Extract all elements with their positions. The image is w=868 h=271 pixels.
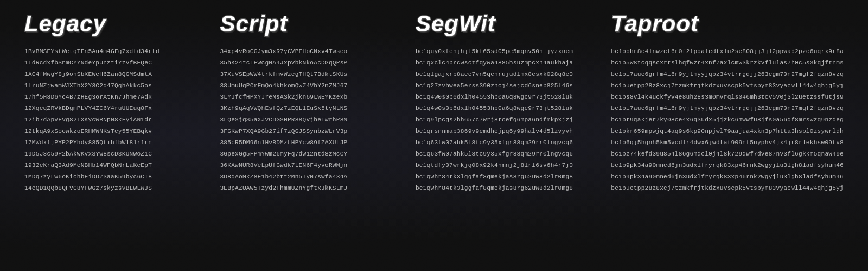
address-item[interactable]: 3D8qAoMkZ8F1b42btt2Mn5TyN7sWfa434A <box>220 172 399 182</box>
column-script: Script34xp4vRoCGJym3xR7yCVPFHoCNxv4Twseo… <box>212 11 407 193</box>
address-item[interactable]: bc1puetpp28z8xcj7tzmkfrjtkdzxuvscpk5vtsp… <box>611 81 844 91</box>
address-item[interactable]: bc1p5w8tcqqscxrtslhqfwzr4xnf7axlcmw3krzk… <box>611 58 844 68</box>
address-item[interactable]: 38UmuUqPCrFmQo4khkomQwZ4VbY2nZMJ67 <box>220 81 399 91</box>
address-list-legacy: 1BvBMSEYstWetqTFn5Au4m4GFg7xdfd34rfd1LdR… <box>24 47 203 193</box>
address-item[interactable]: 35hK24tcLEWcgNA4JxpvbkNkoAcDGqQPsP <box>220 58 399 68</box>
address-item[interactable]: 3FGKwP7XQA9Gb27if7zQGJSSynbzWLrV3p <box>220 126 399 137</box>
address-item[interactable]: bc1qtdfy07wrkjq08x92k4hmnj2j8lrl6sv6h4r7… <box>416 160 595 171</box>
address-item[interactable]: bc1q63fw07ahk5l8tc9y35xfgr88qm29rr0lngvc… <box>416 149 595 159</box>
address-item[interactable]: 12tkqA9xSoowkzoERHMWNKsTey55YEBqkv <box>24 126 203 137</box>
address-item[interactable]: 3Kzh9qAqVWQhEsfQz7zEQL1EuSx5tyNLNS <box>220 104 399 114</box>
address-item[interactable]: 14eQD1QQb8QFVG8YFwGz7skyzsvBLWLwJS <box>24 183 203 193</box>
address-item[interactable]: bc1pkr659mpwjqt4aq9s6kp90npjwl79aajua4xk… <box>611 126 844 137</box>
address-item[interactable]: 1BvBMSEYstWetqTFn5Au4m4GFg7xdfd34rfd <box>24 47 203 57</box>
address-item[interactable]: bc1quy0xfenjhjl5kf65sd05pe5mqnv50nljyzxn… <box>416 47 595 57</box>
address-item[interactable]: 1LruNZjwamWJXThX2Y8C2d47QqhAkkc5os <box>24 81 203 91</box>
address-item[interactable]: bc1qxclc4prcwsctfqywa4885hsuzmpcxn4aukha… <box>416 58 595 68</box>
title-script: Script <box>220 11 399 37</box>
title-segwit: SegWit <box>416 11 595 37</box>
address-item[interactable]: 3LYJfcfHPXYJreMsASk2jkn69LWEYKzexb <box>220 92 399 102</box>
address-item[interactable]: 17MWdxfjPYP2PYhdy885QtihfbW181r1rn <box>24 138 203 148</box>
address-item[interactable]: bc1pphr8c4lnwzcf6r0f2fpqaledtxlu2se808jj… <box>611 47 844 57</box>
column-taproot: Taprootbc1pphr8c4lnwzcf6r0f2fpqaledtxlu2… <box>603 11 852 193</box>
address-item[interactable]: 12ib7dApVFvg82TXKycWBNpN8kFyiAN1dr <box>24 115 203 125</box>
address-item[interactable]: bc1ps8vl4k4uckfyv4e8uh28s3m0mvrqls046mh3… <box>611 92 844 102</box>
address-list-taproot: bc1pphr8c4lnwzcf6r0f2fpqaledtxlu2se808jj… <box>611 47 844 193</box>
title-taproot: Taproot <box>611 11 844 37</box>
title-legacy: Legacy <box>24 11 203 37</box>
address-item[interactable]: 34xp4vRoCGJym3xR7yCVPFHoCNxv4Twseo <box>220 47 399 57</box>
address-item[interactable]: bc1pl7aue6grfm4l6r9yjtmyyjqpz34vtrrgqjj2… <box>611 104 844 114</box>
address-item[interactable]: bc1qlgajxrp8aee7vn5qcnrujudlmx8csxk028q8… <box>416 69 595 80</box>
address-item[interactable]: 1AC4fMwgY8j9onSbXEWeH6Zan8QGMSdmtA <box>24 69 203 80</box>
address-item[interactable]: 1MDq7zyLw6oKichbFiDDZ3aaK59byc6CT8 <box>24 172 203 182</box>
address-item[interactable]: 1932eKraQ3Ad9MeNBHb14WFQbNrLaKeEpT <box>24 160 203 171</box>
address-item[interactable]: bc1q4w0s0p6dxlh04553hp0a6q8wgc9r73jt528l… <box>416 104 595 114</box>
address-item[interactable]: 3EBpAZUAW5Tzyd2FhmmUZnYgftxJkKSLmJ <box>220 183 399 193</box>
address-item[interactable]: bc1puetpp28z8xcj7tzmkfrjtkdzxuvscpk5vtsp… <box>611 183 844 193</box>
address-item[interactable]: bc1pz74kefd39u854l86g6mdcl0j4l8k729qwf7d… <box>611 149 844 159</box>
address-item[interactable]: 19D5J8c59P2bAkWKvxSYw8scD3KUNWoZ1C <box>24 149 203 159</box>
column-legacy: Legacy1BvBMSEYstWetqTFn5Au4m4GFg7xdfd34r… <box>16 11 212 193</box>
address-item[interactable]: bc1q4w0s0p6dxlh04553hp0a6q8wgc9r73jt528l… <box>416 92 595 102</box>
address-item[interactable]: bc1p9pk34a90mned6jn3udxlfryrqk83xp46rnk2… <box>611 172 844 182</box>
address-item[interactable]: 12XqeqZRVkBDgmPLVY4ZC6Y4ruUUEug8Fx <box>24 104 203 114</box>
address-item[interactable]: bc1qrsnnmap3869v9cmdhcjpq6y99halv4d5lzvy… <box>416 126 595 137</box>
address-item[interactable]: bc1pl7aue6grfm4l6r9yjtmyyjqpz34vtrrgqjj2… <box>611 69 844 80</box>
address-list-script: 34xp4vRoCGJym3xR7yCVPFHoCNxv4Twseo35hK24… <box>220 47 399 193</box>
column-segwit: SegWitbc1quy0xfenjhjl5kf65sd05pe5mqnv50n… <box>407 11 603 193</box>
address-item[interactable]: bc1q9lpcgs2hh657c7wrj8tcefg6mpa6ndfmkpxj… <box>416 115 595 125</box>
address-item[interactable]: bc1q63fw07ahk5l8tc9y35xfgr88qm29rr0lngvc… <box>416 138 595 148</box>
main-grid: Legacy1BvBMSEYstWetqTFn5Au4m4GFg7xdfd34r… <box>0 0 868 204</box>
address-item[interactable]: 3LQeSjqS5aXJVCDGSHPR88QvjheTwrhP8N <box>220 115 399 125</box>
address-item[interactable]: 37XuVSEpWW4trkfmvWzegTHQt7BdktSKUs <box>220 69 399 80</box>
address-item[interactable]: 3GpexGg5FPmYWm26myFq7dW12ntd8zMcCY <box>220 149 399 159</box>
address-item[interactable]: bc1pt9qakjer7ky08ce4x6q3udx5jjzkc6mwwfu8… <box>611 115 844 125</box>
address-item[interactable]: bc1p6qj5hgnh5km5vcdlr4dwx6jwdfat909nf5uy… <box>611 138 844 148</box>
address-item[interactable]: bc1qwhr84tk3lggfaf8qmekjas8rg62uw8d2lr0m… <box>416 183 595 193</box>
address-item[interactable]: bc1p9pk34a90mned6jn3udxlfryrqk83xp46rnk2… <box>611 160 844 171</box>
address-item[interactable]: bc1q27zvhwea5erss390zhcj4sejcd6snep825l4… <box>416 81 595 91</box>
address-item[interactable]: bc1qwhr84tk3lggfaf8qmekjas8rg62uw8d2lr0m… <box>416 172 595 182</box>
address-item[interactable]: 1LdRcdxfbSnmCYYNdeYpUnztiYzVfBEQeC <box>24 58 203 68</box>
address-list-segwit: bc1quy0xfenjhjl5kf65sd05pe5mqnv50nljyzxn… <box>416 47 595 193</box>
address-item[interactable]: 385cR5DM96n1HvBDMzLHPYcw89fZAXULJP <box>220 138 399 148</box>
address-item[interactable]: 36KAwNUR8VeLpUfGwdk7LEN6F4yvoRWMjn <box>220 160 399 171</box>
address-item[interactable]: 17hf5H8D6Yc4B7zHEg3orAtKn7Jhme7Adx <box>24 92 203 102</box>
